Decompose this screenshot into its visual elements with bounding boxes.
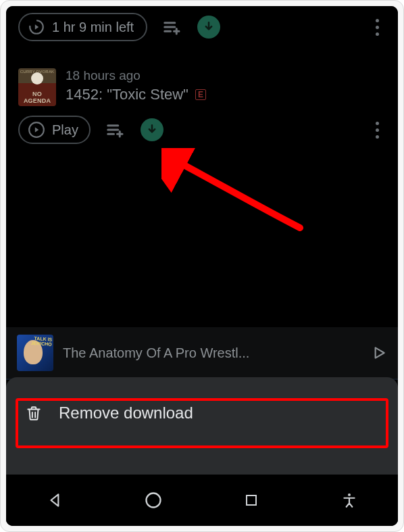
episode-artwork: CURRY·DVORAK NO AGENDA xyxy=(18,68,56,106)
resume-time-left: 1 hr 9 min left xyxy=(52,20,134,35)
nav-accessibility-button[interactable] xyxy=(333,484,365,516)
mini-player-artwork: TALK IS JERICHO xyxy=(17,335,53,371)
nav-recents-button[interactable] xyxy=(235,484,268,516)
play-button[interactable]: Play xyxy=(18,116,91,144)
episode-overflow-button[interactable] xyxy=(376,19,386,36)
mini-art-label: TALK IS JERICHO xyxy=(17,335,52,347)
episode-overflow-button-2[interactable] xyxy=(376,122,386,139)
remove-download-item[interactable]: Remove download xyxy=(11,392,393,434)
episode-actions-row: Play xyxy=(6,110,398,151)
svg-point-4 xyxy=(348,493,351,496)
add-to-queue-button-2[interactable] xyxy=(105,120,126,140)
bottom-sheet: Remove download xyxy=(6,377,398,475)
downloaded-indicator-2[interactable] xyxy=(141,118,163,141)
mini-player-title: The Anatomy Of A Pro Wrestl... xyxy=(63,345,360,361)
add-to-queue-button[interactable] xyxy=(162,17,182,37)
episode-age: 18 hours ago xyxy=(66,68,206,83)
episode-title: 1452: "Toxic Stew" xyxy=(66,86,188,103)
episode-card[interactable]: CURRY·DVORAK NO AGENDA 18 hours ago 1452… xyxy=(6,56,398,110)
android-navbar xyxy=(6,475,398,526)
explicit-badge: E xyxy=(195,89,206,100)
svg-rect-3 xyxy=(247,495,256,505)
resume-button[interactable]: 1 hr 9 min left xyxy=(18,13,147,41)
remove-download-label: Remove download xyxy=(59,404,193,422)
mini-player[interactable]: TALK IS JERICHO The Anatomy Of A Pro Wre… xyxy=(6,327,398,380)
svg-point-2 xyxy=(146,493,160,508)
artwork-bottom-text: NO AGENDA xyxy=(18,91,56,104)
nav-home-button[interactable] xyxy=(137,484,170,516)
downloaded-indicator[interactable] xyxy=(197,16,220,39)
resume-progress-icon xyxy=(28,18,45,36)
play-icon xyxy=(28,121,45,139)
nav-back-button[interactable] xyxy=(39,484,72,516)
trash-icon xyxy=(25,403,43,423)
episode-actions-row-top: 1 hr 9 min left xyxy=(6,6,398,56)
play-label: Play xyxy=(52,122,78,138)
mini-player-play-button[interactable] xyxy=(370,344,387,362)
